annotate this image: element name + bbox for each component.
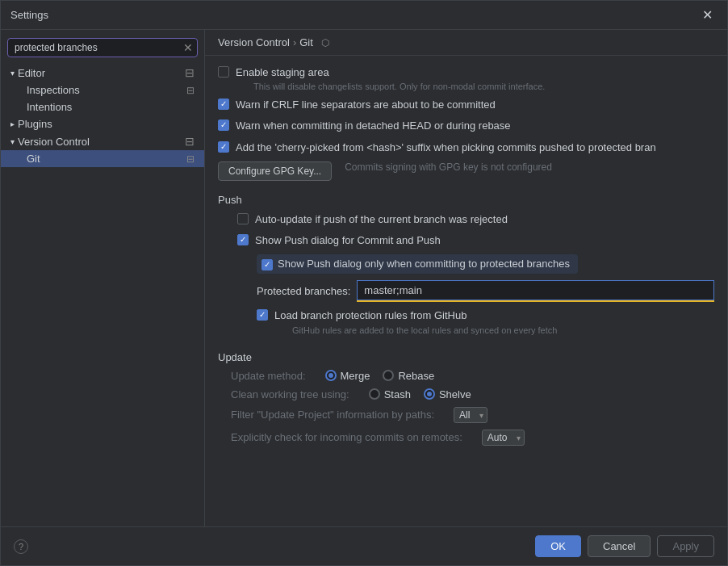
sidebar-item-inspections[interactable]: Inspections ⊟ (1, 82, 204, 99)
filter-select-wrap: All (454, 407, 487, 423)
auto-update-checkbox[interactable] (237, 213, 249, 224)
search-container: ✕ (7, 38, 198, 57)
breadcrumb-vcs: Version Control (218, 36, 290, 48)
auto-select-wrap: Auto (482, 430, 525, 446)
auto-update-label: Auto-update if push of the current branc… (255, 212, 508, 227)
clean-working-row: Clean working tree using: Stash Shelve (231, 388, 714, 400)
show-push-dialog-checkbox[interactable] (237, 234, 249, 245)
merge-label: Merge (341, 370, 370, 382)
vcs-arrow-icon: ▾ (10, 137, 15, 146)
show-push-protected-row: Show Push dialog only when committing to… (257, 254, 714, 274)
enable-staging-label: Enable staging area (236, 65, 545, 80)
warn-crlf-row: Warn if CRLF line separators are about t… (218, 98, 714, 112)
merge-radio[interactable] (325, 370, 337, 381)
protected-branches-label: Protected branches: (257, 285, 350, 297)
dialog-body: ✕ ▾ Editor ⊟ Inspections ⊟ Intentions ▸ … (1, 30, 727, 526)
protected-input-wrap (357, 280, 714, 302)
close-button[interactable]: ✕ (697, 6, 718, 24)
gpg-status-text: Commits signing with GPG key is not conf… (345, 161, 552, 173)
dialog-title: Settings (10, 9, 48, 21)
load-branch-checkbox[interactable] (257, 309, 268, 321)
git-label: Git (27, 153, 40, 165)
shelve-label: Shelve (439, 388, 471, 400)
title-bar: Settings ✕ (1, 1, 727, 30)
shelve-option[interactable]: Shelve (424, 388, 471, 400)
update-section-title: Update (218, 351, 714, 363)
dialog-footer: ? OK Cancel Apply (1, 526, 727, 565)
protected-branches-row: Protected branches: (257, 280, 714, 302)
protected-branches-input[interactable] (357, 280, 714, 300)
stash-label: Stash (384, 388, 411, 400)
warn-crlf-checkbox[interactable] (218, 99, 229, 110)
vcs-collapse-icon: ⊟ (185, 135, 195, 148)
load-branch-sublabel: GitHub rules are added to the local rule… (292, 325, 557, 335)
show-push-protected-label: Show Push dialog only when committing to… (278, 257, 570, 271)
update-method-row: Update method: Merge Rebase (231, 370, 714, 382)
warn-detached-checkbox[interactable] (218, 119, 229, 131)
collapse-icon: ⊟ (185, 66, 195, 79)
sidebar-group-editor[interactable]: ▾ Editor ⊟ (1, 64, 204, 82)
configure-gpg-button[interactable]: Configure GPG Key... (218, 161, 332, 181)
settings-content: Enable staging area This will disable ch… (205, 56, 727, 526)
sidebar-group-plugins[interactable]: ▸ Plugins (1, 115, 204, 132)
explicitly-check-label: Explicitly check for incoming commits on… (231, 431, 462, 443)
sidebar-plugins-label: Plugins (18, 118, 52, 130)
settings-dialog: Settings ✕ ✕ ▾ Editor ⊟ Inspections ⊟ In… (0, 0, 728, 566)
shelve-radio[interactable] (424, 388, 435, 400)
editor-arrow-icon: ▾ (10, 69, 15, 78)
stash-option[interactable]: Stash (369, 388, 411, 400)
warn-detached-label: Warn when committing in detached HEAD or… (236, 119, 511, 133)
push-section-title: Push (218, 194, 714, 206)
update-method-label: Update method: (231, 370, 306, 382)
rebase-option[interactable]: Rebase (383, 370, 434, 382)
filter-select[interactable]: All (454, 407, 487, 423)
cherry-pick-checkbox[interactable] (218, 141, 229, 153)
filter-row: Filter "Update Project" information by p… (231, 407, 714, 423)
rebase-label: Rebase (398, 370, 434, 382)
enable-staging-wrap: Enable staging area This will disable ch… (236, 65, 545, 91)
footer-buttons: OK Cancel Apply (535, 535, 714, 557)
show-push-dialog-row: Show Push dialog for Commit and Push (237, 233, 714, 248)
auto-select[interactable]: Auto (482, 430, 525, 446)
ok-button[interactable]: OK (535, 535, 581, 557)
clean-working-label: Clean working tree using: (231, 388, 349, 400)
warn-crlf-label: Warn if CRLF line separators are about t… (236, 98, 496, 112)
search-input[interactable] (7, 38, 198, 57)
load-branch-label: Load branch protection rules from GitHub (274, 308, 557, 323)
search-clear-button[interactable]: ✕ (183, 42, 193, 53)
help-button[interactable]: ? (14, 539, 28, 554)
enable-staging-sublabel: This will disable changelists support. O… (253, 82, 545, 91)
load-branch-row: Load branch protection rules from GitHub… (257, 308, 714, 334)
rebase-radio[interactable] (383, 370, 394, 381)
search-wrap: ✕ (1, 35, 204, 64)
sidebar-item-git[interactable]: Git ⊟ (1, 150, 204, 167)
apply-button[interactable]: Apply (657, 535, 714, 557)
filter-label: Filter "Update Project" information by p… (231, 409, 434, 421)
git-icon: ⊟ (186, 153, 195, 165)
sidebar-editor-label: Editor (18, 67, 45, 79)
protected-input-underline (357, 300, 714, 302)
inspections-label: Inspections (27, 84, 80, 96)
merge-option[interactable]: Merge (325, 370, 370, 382)
breadcrumb-sep: › (293, 36, 296, 48)
breadcrumb: Version Control › Git ⬡ (205, 30, 727, 56)
show-push-protected-checkbox[interactable] (261, 259, 273, 270)
sidebar-item-intentions[interactable]: Intentions (1, 99, 204, 115)
show-push-dialog-label: Show Push dialog for Commit and Push (255, 233, 441, 248)
sidebar-group-vcs[interactable]: ▾ Version Control ⊟ (1, 132, 204, 150)
explicitly-check-row: Explicitly check for incoming commits on… (231, 430, 714, 446)
auto-update-row: Auto-update if push of the current branc… (237, 212, 714, 227)
warn-detached-row: Warn when committing in detached HEAD or… (218, 119, 714, 133)
main-content: Version Control › Git ⬡ Enable staging a… (205, 30, 727, 526)
stash-radio[interactable] (369, 388, 380, 400)
breadcrumb-git: Git (299, 36, 313, 48)
sidebar: ✕ ▾ Editor ⊟ Inspections ⊟ Intentions ▸ … (1, 30, 205, 526)
gpg-row: Configure GPG Key... Commits signing wit… (218, 161, 714, 181)
cherry-pick-row: Add the 'cherry-picked from <hash>' suff… (218, 140, 714, 155)
enable-staging-row: Enable staging area This will disable ch… (218, 65, 714, 91)
sidebar-vcs-label: Version Control (18, 136, 90, 148)
enable-staging-checkbox[interactable] (218, 66, 229, 78)
intentions-label: Intentions (27, 101, 72, 113)
cancel-button[interactable]: Cancel (588, 535, 651, 557)
repo-icon: ⬡ (321, 37, 329, 48)
